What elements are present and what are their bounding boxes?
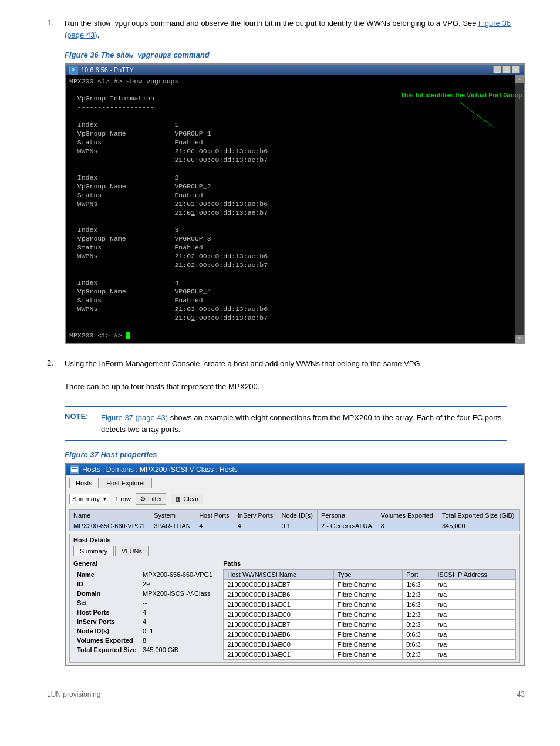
path-port-4: 1:2:3: [403, 610, 434, 620]
paths-col-wwn: Host WWN/iSCSI Name: [224, 570, 333, 580]
svg-rect-5: [72, 468, 77, 469]
hosts-tabs: Hosts Host Explorer: [69, 478, 520, 488]
step1-container: 1. Run the show vpgroups command and obs…: [47, 18, 525, 344]
filter-button[interactable]: ⚙ Filter: [136, 493, 166, 505]
path-type-2: Fibre Channel: [333, 590, 403, 600]
general-label-volumes-exported: Volumes Exported: [75, 636, 139, 644]
tab-host-explorer[interactable]: Host Explorer: [100, 478, 152, 488]
general-value-name: MPX200-656-660-VPG1: [140, 571, 215, 579]
general-value-volumes-exported: 8: [140, 636, 215, 644]
hosts-toolbar: Summary ▼ 1 row ⚙ Filter 🗑 Clear: [69, 492, 520, 506]
terminal-vpg2-wwpn2: 21:01:00:c0:dd:13:ae:b7: [69, 209, 512, 218]
path-iscsi-3: n/a: [434, 600, 515, 610]
path-iscsi-8: n/a: [434, 650, 515, 660]
hosts-titlebar-icon: [70, 465, 79, 474]
putty-close-btn[interactable]: ×: [512, 66, 520, 73]
tab-hosts[interactable]: Hosts: [69, 478, 99, 488]
paths-table-body: 210000C0DD13AEB7 Fibre Channel 1:6:3 n/a…: [224, 580, 516, 660]
figure37-title: Figure 37 Host properties: [65, 450, 157, 459]
general-row-total-size: Total Exported Size 345,000 GiB: [75, 646, 215, 654]
putty-minimize-btn[interactable]: _: [493, 66, 501, 73]
step2-container: 2. Using the InForm Management Console, …: [47, 358, 525, 393]
col-persona: Persona: [318, 510, 377, 521]
path-row-5: 210000C0DD13AEB7 Fibre Channel 0:2:3 n/a: [224, 620, 516, 630]
cell-volumes: 8: [377, 521, 438, 531]
general-table: Name MPX200-656-660-VPG1 ID 29 Domain MP…: [73, 569, 216, 655]
hosts-titlebar: Hosts : Domains : MPX200-iSCSI-V-Class :…: [66, 464, 524, 475]
path-row-4: 210000C0DD13AEC0 Fibre Channel 1:2:3 n/a: [224, 610, 516, 620]
general-label-domain: Domain: [75, 589, 139, 598]
path-type-4: Fibre Channel: [333, 610, 403, 620]
figure36-label: Figure 36 The show vpgroups command: [65, 50, 525, 60]
path-port-1: 1:6:3: [403, 580, 434, 590]
terminal-vpg4-wwpn2: 21:03:00:c0:dd:13:ae:b7: [69, 314, 512, 323]
hosts-table-body: MPX200-65G-660-VPG1 3PAR-TITAN 4 4 0,1 2…: [70, 521, 520, 531]
general-value-inserv-ports: 4: [140, 617, 215, 626]
putty-maximize-btn[interactable]: □: [502, 66, 511, 73]
hosts-table-header-row: Name System Host Ports InServ Ports Node…: [70, 510, 520, 521]
general-value-domain: MPX200-iSCSI-V-Class: [140, 589, 215, 598]
detail-tab-summary[interactable]: Summary: [73, 546, 114, 556]
putty-controls: _ □ ×: [493, 66, 520, 73]
terminal-vpg3-status: Status Enabled: [69, 244, 512, 252]
terminal-blank6: [69, 323, 512, 332]
dropdown-arrow-icon: ▼: [102, 496, 107, 502]
summary-label: Summary: [72, 495, 100, 502]
path-wwn-7: 210000C0DD13AEC0: [224, 640, 333, 650]
figure36-command: show vpgroups: [116, 52, 171, 60]
paths-title: Paths: [223, 560, 516, 567]
path-iscsi-1: n/a: [434, 580, 515, 590]
path-port-5: 0:2:3: [403, 620, 434, 630]
paths-header-row: Host WWN/iSCSI Name Type Port iSCSI IP A…: [224, 570, 516, 580]
putty-scroll-down-btn[interactable]: ▼: [515, 335, 524, 343]
summary-dropdown[interactable]: Summary ▼: [69, 494, 110, 504]
detail-content: General Name MPX200-656-660-VPG1 ID 29 D…: [73, 560, 516, 660]
paths-col-type: Type: [333, 570, 403, 580]
terminal-vpg3-wwpn2: 21:02:00:c0:dd:13:ae:b7: [69, 261, 512, 270]
note-label: NOTE:: [65, 412, 94, 435]
paths-col-port: Port: [403, 570, 434, 580]
path-type-1: Fibre Channel: [333, 580, 403, 590]
note-link[interactable]: Figure 37 (page 43): [101, 413, 168, 422]
general-value-total-size: 345,000 GiB: [140, 646, 215, 654]
path-iscsi-4: n/a: [434, 610, 515, 620]
general-row-host-ports: Host Ports 4: [75, 608, 215, 616]
path-row-6: 210000C0DD13AEB6 Fibre Channel 0:6:3 n/a: [224, 630, 516, 640]
path-iscsi-5: n/a: [434, 620, 515, 630]
terminal-vpg4-status: Status Enabled: [69, 296, 512, 305]
col-system: System: [150, 510, 195, 521]
cell-node-ids: 0,1: [278, 521, 317, 531]
terminal-vpg2-wwpn1: WWPNs 21:01:00:c0:dd:13:ae:b6: [69, 200, 512, 209]
filter-label: Filter: [148, 495, 162, 502]
step1-text: Run the show vpgroups command and observ…: [65, 18, 525, 41]
path-type-7: Fibre Channel: [333, 640, 403, 650]
terminal-vpg2-name: VpGroup Name VPGROUP_2: [69, 183, 512, 191]
detail-tab-vluns[interactable]: VLUNs: [115, 546, 149, 556]
clear-icon: 🗑: [175, 495, 181, 502]
terminal-index2: Index 2: [69, 174, 512, 183]
path-port-6: 0:6:3: [403, 630, 434, 640]
terminal-vpg1-wwpn1: WWPNs 21:00:00:c0:dd:13:ae:b6: [69, 147, 512, 156]
table-row[interactable]: MPX200-65G-660-VPG1 3PAR-TITAN 4 4 0,1 2…: [70, 521, 520, 531]
step1-number: 1.: [47, 18, 65, 41]
general-row-inserv-ports: InServ Ports 4: [75, 617, 215, 626]
terminal-vpg3-name: VpGroup Name VPGROUP_3: [69, 235, 512, 244]
terminal-prompt: MPX200 <1> #> █: [69, 332, 512, 340]
path-port-3: 1:6:3: [403, 600, 434, 610]
general-value-id: 29: [140, 580, 215, 588]
path-port-2: 1:2:3: [403, 590, 434, 600]
terminal-vpg4-wwpn1: WWPNs 21:03:00:c0:dd:13:ae:b6: [69, 305, 512, 314]
putty-scroll-up-btn[interactable]: ▲: [515, 75, 524, 83]
clear-button[interactable]: 🗑 Clear: [171, 494, 203, 504]
row-count: 1 row: [115, 495, 131, 502]
terminal-blank4: [69, 218, 512, 227]
paths-table-header: Host WWN/iSCSI Name Type Port iSCSI IP A…: [224, 570, 516, 580]
figure37-label: Figure 37 Host properties: [65, 450, 525, 459]
general-row-node-ids: Node ID(s) 0, 1: [75, 627, 215, 635]
general-row-volumes-exported: Volumes Exported 8: [75, 636, 215, 644]
path-type-6: Fibre Channel: [333, 630, 403, 640]
path-row-8: 210000C0DD13AEC1 Fibre Channel 0:2:3 n/a: [224, 650, 516, 660]
terminal-blank5: [69, 270, 512, 279]
note-box: NOTE: Figure 37 (page 43) shows an examp…: [65, 406, 507, 441]
general-label-inserv-ports: InServ Ports: [75, 617, 139, 626]
